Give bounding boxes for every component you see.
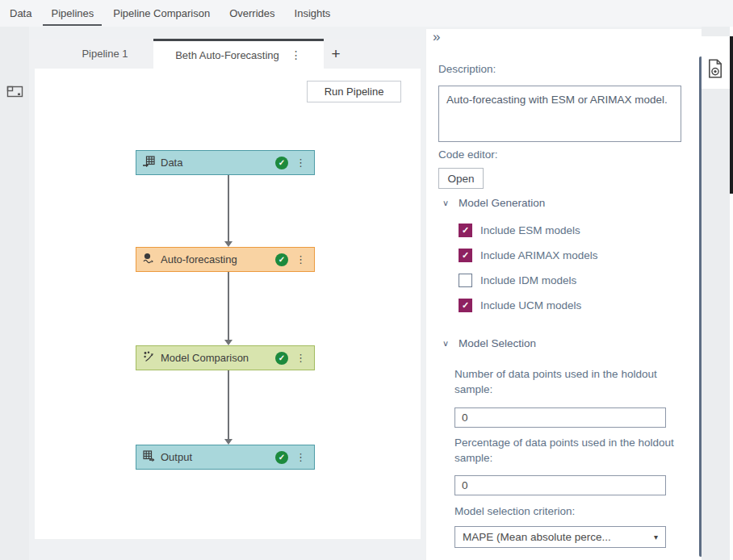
connector-comparison-to-output	[224, 370, 232, 445]
node-label: Auto-forecasting	[161, 253, 237, 265]
model-generation-section-header[interactable]: ∨ Model Generation	[442, 197, 545, 209]
node-menu-icon[interactable]: ⋮	[294, 157, 308, 169]
node-menu-icon[interactable]: ⋮	[294, 352, 308, 364]
right-rail	[702, 27, 733, 560]
checkbox-label: Include UCM models	[480, 299, 581, 311]
holdout-number-input[interactable]	[454, 407, 666, 428]
checkbox-label: Include ESM models	[480, 224, 580, 236]
node-label: Model Comparison	[161, 352, 249, 364]
nav-tab-data[interactable]: Data	[2, 0, 40, 27]
pipeline-node-output[interactable]: Output ⋮	[136, 445, 315, 470]
status-success-icon	[275, 157, 288, 169]
document-record-icon[interactable]	[707, 59, 723, 78]
criterion-label: Model selection criterion:	[454, 505, 575, 517]
node-menu-icon[interactable]: ⋮	[294, 451, 308, 463]
pipeline-canvas: Run Pipeline Data ⋮	[35, 69, 421, 539]
active-tab-label: Beth Auto-Forecasting	[175, 49, 279, 61]
node-label: Output	[161, 451, 192, 463]
holdout-number-label: Number of data points used in the holdou…	[454, 366, 685, 397]
nav-tab-pipeline-comparison[interactable]: Pipeline Comparison	[105, 0, 218, 27]
node-label: Data	[161, 157, 182, 169]
section-title: Model Generation	[459, 197, 545, 209]
tab-beth-auto-forecasting[interactable]: Beth Auto-Forecasting ⋮	[153, 39, 324, 69]
checkbox-row-ucm[interactable]: Include UCM models	[459, 299, 581, 312]
ucm-checkbox[interactable]	[459, 299, 472, 312]
tab-pipeline-1[interactable]: Pipeline 1	[57, 39, 153, 69]
nav-tab-overrides[interactable]: Overrides	[221, 0, 283, 27]
model-comparison-icon	[143, 351, 155, 365]
code-editor-label: Code editor:	[438, 148, 498, 161]
pipeline-node-data[interactable]: Data ⋮	[136, 150, 315, 175]
checkbox-label: Include IDM models	[480, 274, 576, 286]
tab-menu-icon[interactable]: ⋮	[291, 48, 302, 61]
checkbox-row-idm[interactable]: Include IDM models	[459, 274, 576, 287]
pipeline-node-model-comparison[interactable]: Model Comparison ⋮	[136, 345, 315, 370]
pipeline-node-auto-forecasting[interactable]: Auto-forecasting ⋮	[136, 247, 315, 272]
checkbox-row-esm[interactable]: Include ESM models	[459, 224, 580, 237]
nav-tab-insights[interactable]: Insights	[287, 0, 339, 27]
description-input[interactable]: Auto-forecasting with ESM or ARIMAX mode…	[438, 86, 681, 142]
forecasting-icon	[143, 253, 155, 266]
nav-tab-pipelines[interactable]: Pipelines	[43, 0, 102, 27]
toggle-panel-icon[interactable]	[6, 85, 23, 98]
arimax-checkbox[interactable]	[459, 249, 472, 262]
status-success-icon	[275, 451, 288, 464]
connector-data-to-autoforecasting	[224, 175, 232, 247]
checkbox-row-arimax[interactable]: Include ARIMAX models	[459, 249, 598, 262]
description-label: Description:	[438, 63, 496, 75]
node-menu-icon[interactable]: ⋮	[294, 253, 308, 265]
collapse-panel-icon[interactable]: »	[433, 29, 438, 45]
left-rail	[0, 27, 29, 560]
section-title: Model Selection	[459, 337, 536, 349]
dropdown-arrow-icon: ▾	[654, 533, 658, 541]
pipeline-tab-bar: Pipeline 1 Beth Auto-Forecasting ⋮ +	[29, 39, 421, 69]
esm-checkbox[interactable]	[459, 224, 472, 237]
status-success-icon	[275, 352, 288, 365]
output-table-icon	[143, 450, 155, 464]
chevron-down-icon: ∨	[442, 339, 449, 349]
model-selection-section-header[interactable]: ∨ Model Selection	[442, 337, 536, 349]
top-navigation: Data Pipelines Pipeline Comparison Overr…	[0, 0, 733, 27]
open-code-editor-button[interactable]: Open	[438, 168, 484, 189]
data-table-icon	[143, 156, 155, 169]
add-pipeline-button[interactable]: +	[324, 39, 348, 69]
properties-panel: » Description: Auto-forecasting with ESM…	[426, 29, 702, 560]
run-pipeline-button[interactable]: Run Pipeline	[307, 81, 401, 102]
holdout-percent-label: Percentage of data points used in the ho…	[454, 435, 685, 466]
status-success-icon	[275, 253, 288, 266]
right-toolbar	[702, 36, 730, 89]
criterion-value: MAPE (Mean absolute perce...	[463, 531, 654, 543]
page-scrollbar-thumb[interactable]	[730, 36, 733, 194]
criterion-dropdown[interactable]: MAPE (Mean absolute perce... ▾	[454, 526, 666, 548]
idm-checkbox[interactable]	[459, 274, 472, 287]
holdout-percent-input[interactable]	[454, 475, 666, 495]
connector-autoforecasting-to-comparison	[224, 272, 232, 345]
checkbox-label: Include ARIMAX models	[480, 249, 598, 261]
chevron-down-icon: ∨	[442, 199, 449, 208]
